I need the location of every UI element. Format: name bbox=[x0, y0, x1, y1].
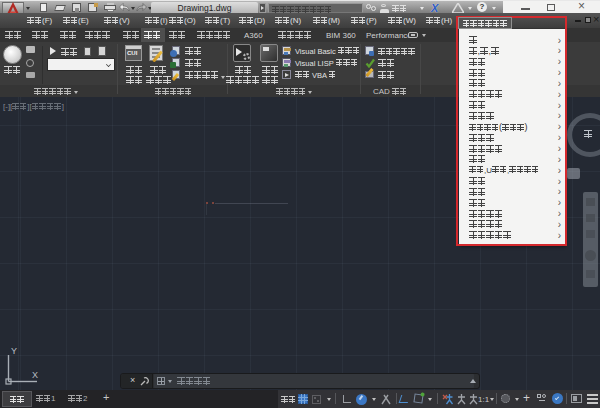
svg-text:X: X bbox=[32, 370, 38, 380]
svg-text:Y: Y bbox=[11, 346, 17, 356]
